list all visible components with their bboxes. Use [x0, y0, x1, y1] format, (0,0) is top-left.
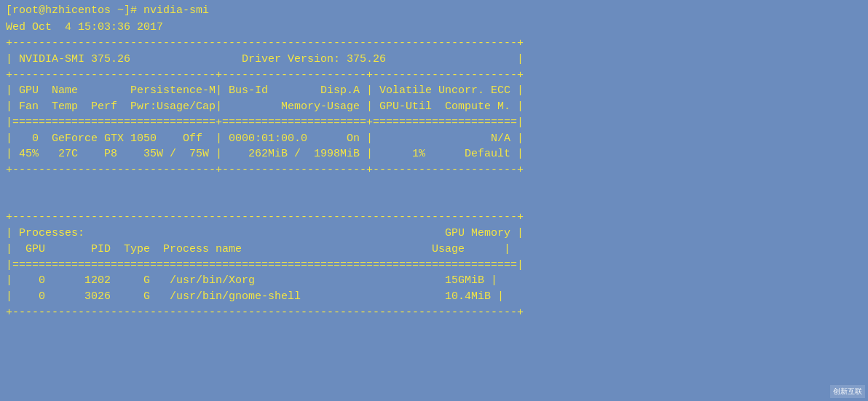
proc-row2: | 0 3026 G /usr/bin/gnome-shell 10.4MiB …	[6, 289, 862, 305]
border-eq1: |===============================+=======…	[6, 115, 862, 131]
border-eq2: |=======================================…	[6, 258, 862, 274]
border-top: +---------------------------------------…	[6, 36, 862, 52]
blank-line1	[6, 178, 862, 194]
command-line: [root@hzhicentos ~]# nvidia-smi	[6, 3, 862, 20]
table-header2: | Fan Temp Perf Pwr:Usage/Cap| Memory-Us…	[6, 99, 862, 115]
table-header1: | GPU Name Persistence-M| Bus-Id Disp.A …	[6, 83, 862, 99]
proc-header2: | GPU PID Type Process name Usage |	[6, 242, 862, 258]
gpu-row1: | 0 GeForce GTX 1050 Off | 0000:01:00.0 …	[6, 131, 862, 147]
blank-line2	[6, 194, 862, 210]
proc-row1: | 0 1202 G /usr/bin/Xorg 15GMiB |	[6, 273, 862, 289]
border-proc-top: +---------------------------------------…	[6, 210, 862, 226]
proc-header1: | Processes: GPU Memory |	[6, 226, 862, 242]
border-mid1: +-------------------------------+-------…	[6, 68, 862, 84]
border-proc-bot: +---------------------------------------…	[6, 305, 862, 321]
border-bottom1: +-------------------------------+-------…	[6, 162, 862, 178]
gpu-row2: | 45% 27C P8 35W / 75W | 262MiB / 1998Mi…	[6, 146, 862, 162]
terminal-window: [root@hzhicentos ~]# nvidia-smi Wed Oct …	[0, 0, 868, 401]
smi-info-line: | NVIDIA-SMI 375.26 Driver Version: 375.…	[6, 52, 862, 68]
date-line: Wed Oct 4 15:03:36 2017	[6, 20, 862, 36]
watermark: 创新互联	[830, 385, 865, 398]
